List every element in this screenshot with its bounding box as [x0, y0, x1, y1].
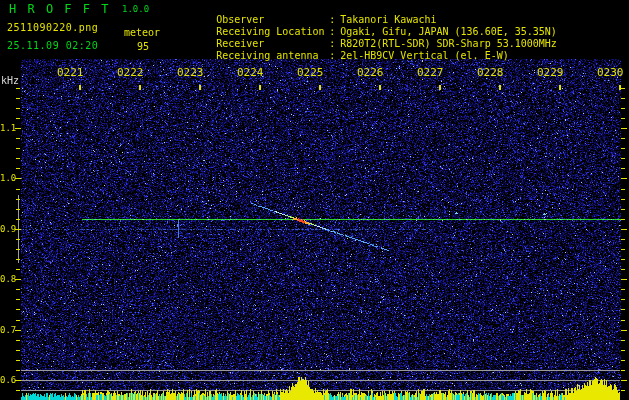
header-label: Receiving antenna — [216, 50, 329, 62]
header-value: Takanori Kawachi — [340, 14, 436, 25]
time-tick-label: 0228 — [477, 66, 504, 79]
freq-tick-label: 1.0 — [0, 173, 15, 183]
hrofft-screen: H R O F F T 1.0.0 2511090220.png meteor … — [0, 0, 629, 400]
time-tick-label: 0226 — [357, 66, 384, 79]
time-tick-label: 0227 — [417, 66, 444, 79]
header-colon: : — [329, 38, 340, 49]
time-tick-label: 0229 — [537, 66, 564, 79]
app-title: H R O F F T — [9, 2, 110, 16]
freq-axis-unit: kHz — [1, 75, 19, 86]
app-version: 1.0.0 — [122, 4, 149, 14]
time-tick-label: 0225 — [297, 66, 324, 79]
header-label: Observer — [216, 14, 329, 26]
time-tick-label: 0221 — [57, 66, 84, 79]
header-label: Receiving Location — [216, 26, 329, 38]
header-value: 2el-HB9CV Vertical (el. E-W) — [340, 50, 509, 61]
header-value: R820T2(RTL-SDR) SDR-Sharp 53.1000MHz — [340, 38, 557, 49]
header-value: Ogaki, Gifu, JAPAN (136.60E, 35.35N) — [340, 26, 557, 37]
time-tick-label: 0222 — [117, 66, 144, 79]
freq-tick-label: 0.7 — [0, 325, 15, 335]
time-tick-label: 0224 — [237, 66, 264, 79]
freq-tick-label: 1.1 — [0, 123, 15, 133]
header-label: Receiver — [216, 38, 329, 50]
freq-tick-label: 0.8 — [0, 274, 15, 284]
time-tick-label: 0223 — [177, 66, 204, 79]
freq-tick-label: 0.9 — [0, 224, 15, 234]
station-info-block: Observer:Takanori Kawachi Receiving Loca… — [180, 2, 557, 50]
header-colon: : — [329, 50, 340, 61]
header-colon: : — [329, 14, 340, 25]
header-row-observer: Observer:Takanori Kawachi — [180, 2, 557, 14]
header-colon: : — [329, 26, 340, 37]
observation-mode: meteor — [124, 27, 160, 38]
output-filename: 2511090220.png — [7, 22, 98, 33]
observation-datetime: 25.11.09 02:20 — [7, 40, 98, 51]
freq-tick-label: 0.6 — [0, 375, 15, 385]
echo-count: 95 — [137, 41, 149, 52]
time-tick-label: 0230 — [597, 66, 624, 79]
